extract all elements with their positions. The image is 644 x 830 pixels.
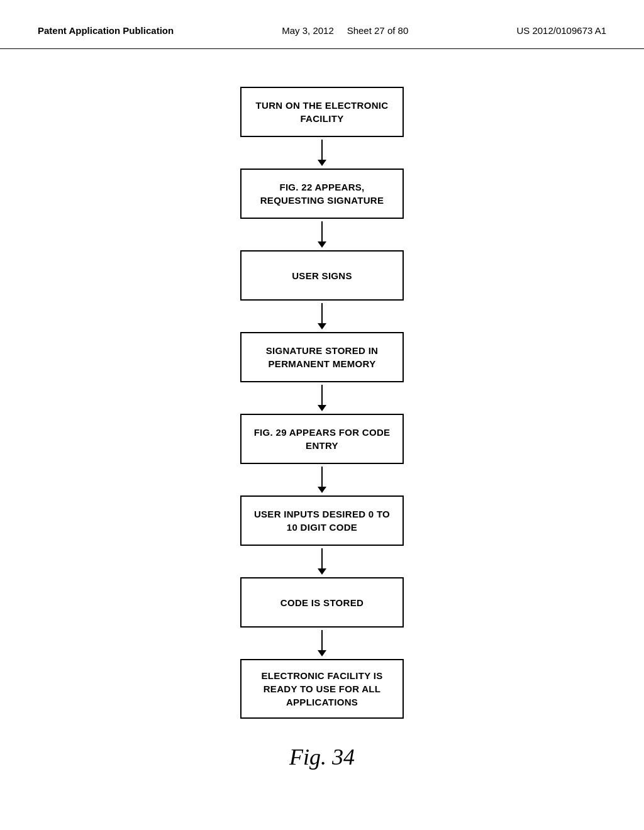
box-ready-text: ELECTRONIC FACILITY IS READY TO USE FOR … [252,669,392,709]
box-user-inputs: USER INPUTS DESIRED 0 TO 10 DIGIT CODE [240,495,404,546]
box-fig29: FIG. 29 APPEARS FOR CODE ENTRY [240,414,404,464]
box-turn-on-text: TURN ON THE ELECTRONIC FACILITY [252,99,392,125]
box-ready: ELECTRONIC FACILITY IS READY TO USE FOR … [240,659,404,719]
arrow-head-3 [318,323,326,329]
arrow-line-6 [321,548,323,568]
box-code-stored-text: CODE IS STORED [280,596,364,609]
arrow-line-3 [321,303,323,323]
arrow-line-1 [321,140,323,160]
date-label: May 3, 2012 [282,25,334,36]
figure-label: Fig. 34 [289,744,355,770]
box-signature-stored: SIGNATURE STORED IN PERMANENT MEMORY [240,332,404,382]
box-user-signs: USER SIGNS [240,250,404,301]
date-sheet-label: May 3, 2012 Sheet 27 of 80 [282,25,408,36]
arrow-head-6 [318,568,326,575]
arrow-head-1 [318,160,326,166]
publication-label: Patent Application Publication [38,25,174,36]
arrow-6 [318,546,326,577]
arrow-1 [318,137,326,169]
arrow-line-5 [321,467,323,487]
arrow-head-5 [318,487,326,493]
box-user-inputs-text: USER INPUTS DESIRED 0 TO 10 DIGIT CODE [252,507,392,534]
arrow-head-2 [318,241,326,248]
patent-number-label: US 2012/0109673 A1 [516,25,606,36]
arrow-line-2 [321,221,323,241]
arrow-head-7 [318,650,326,656]
arrow-3 [318,301,326,332]
sheet-label: Sheet 27 of 80 [347,25,409,36]
box-turn-on: TURN ON THE ELECTRONIC FACILITY [240,87,404,137]
box-fig22-text: FIG. 22 APPEARS, REQUESTING SIGNATURE [252,180,392,207]
arrow-4 [318,382,326,414]
page-header: Patent Application Publication May 3, 20… [0,0,644,49]
box-code-stored: CODE IS STORED [240,577,404,628]
box-signature-stored-text: SIGNATURE STORED IN PERMANENT MEMORY [252,344,392,370]
arrow-head-4 [318,405,326,411]
box-fig22: FIG. 22 APPEARS, REQUESTING SIGNATURE [240,169,404,219]
arrow-2 [318,219,326,250]
arrow-7 [318,628,326,659]
box-fig29-text: FIG. 29 APPEARS FOR CODE ENTRY [252,426,392,452]
arrow-line-7 [321,630,323,650]
arrow-5 [318,464,326,495]
flowchart-container: TURN ON THE ELECTRONIC FACILITY FIG. 22 … [0,49,644,770]
arrow-line-4 [321,385,323,405]
box-user-signs-text: USER SIGNS [292,269,352,282]
